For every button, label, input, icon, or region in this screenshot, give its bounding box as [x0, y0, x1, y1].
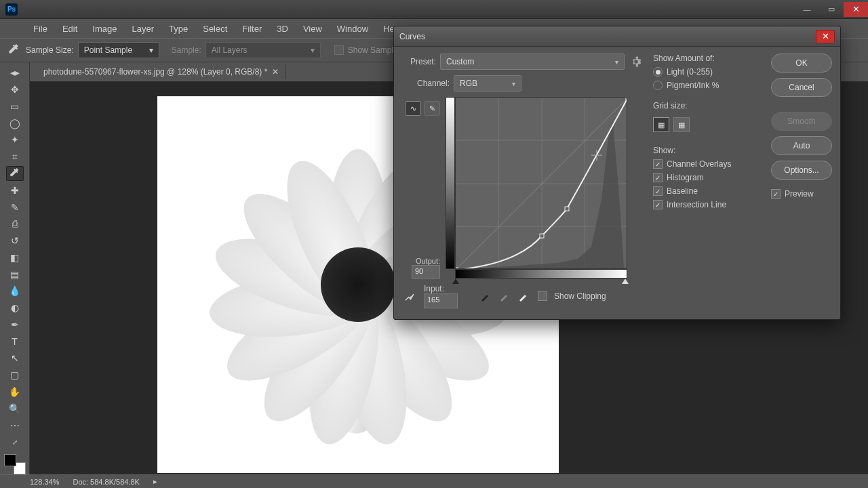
preview-checkbox[interactable]: Preview	[771, 189, 832, 199]
zoom-level[interactable]: 128.34%	[30, 478, 59, 486]
channel-select[interactable]: RGB	[454, 75, 521, 92]
cancel-button[interactable]: Cancel	[771, 78, 832, 97]
ok-button[interactable]: OK	[771, 54, 832, 73]
type-tool[interactable]: T	[6, 333, 24, 349]
smooth-button: Smooth	[771, 112, 832, 131]
preset-gear-icon[interactable]	[629, 54, 644, 69]
input-field[interactable]: 165	[424, 293, 458, 308]
menu-3d[interactable]: 3D	[269, 21, 296, 37]
doc-size: Doc: 584.8K/584.8K	[73, 478, 139, 486]
on-image-adjust-icon[interactable]	[402, 289, 417, 304]
output-gradient	[446, 97, 455, 269]
menu-select[interactable]: Select	[195, 21, 235, 37]
swap-colors-icon[interactable]: ⤢	[6, 434, 24, 450]
brush-tool[interactable]: ✎	[6, 199, 24, 215]
minimize-button[interactable]: —	[795, 2, 819, 17]
curve-mode-pencil-button[interactable]: ✎	[424, 101, 440, 116]
eyedropper-tool[interactable]	[6, 166, 24, 182]
history-brush-tool[interactable]: ↺	[6, 233, 24, 249]
close-button[interactable]: ✕	[844, 2, 868, 17]
histogram-checkbox[interactable]: Histogram	[653, 173, 762, 182]
black-point-slider[interactable]	[452, 279, 459, 284]
wand-tool[interactable]: ✦	[6, 132, 24, 148]
zoom-tool[interactable]: 🔍	[6, 401, 24, 416]
curves-graph[interactable]	[455, 97, 627, 269]
menu-image[interactable]: Image	[85, 21, 124, 37]
menu-layer[interactable]: Layer	[125, 21, 162, 37]
light-radio[interactable]: Light (0-255)	[653, 67, 762, 77]
menu-type[interactable]: Type	[161, 21, 195, 37]
options-button[interactable]: Options...	[771, 161, 832, 180]
dialog-titlebar[interactable]: Curves ✕	[394, 26, 840, 47]
close-tab-icon[interactable]: ✕	[272, 67, 279, 77]
move-tool[interactable]: ✥	[6, 82, 24, 98]
output-label: Output:	[412, 257, 440, 265]
input-label: Input:	[424, 284, 458, 293]
eyedropper-icon[interactable]	[7, 43, 22, 58]
show-options-label: Show:	[653, 146, 762, 155]
marquee-tool[interactable]: ▭	[6, 99, 24, 115]
statusbar: 128.34% Doc: 584.8K/584.8K ▸	[0, 474, 868, 488]
show-clipping-label: Show Clipping	[554, 291, 606, 301]
pen-tool[interactable]: ✒	[6, 317, 24, 333]
channel-overlays-checkbox[interactable]: Channel Overlays	[653, 159, 762, 169]
sample-label: Sample:	[172, 45, 201, 55]
dialog-title: Curves	[399, 32, 425, 41]
menu-file[interactable]: File	[26, 21, 55, 37]
statusbar-chevron-icon[interactable]: ▸	[153, 477, 157, 486]
eraser-tool[interactable]: ◧	[6, 250, 24, 266]
dodge-tool[interactable]: ◐	[6, 300, 24, 316]
baseline-checkbox[interactable]: Baseline	[653, 186, 762, 196]
sample-size-select[interactable]: Point Sample▾	[78, 42, 159, 58]
hand-tool[interactable]: ✋	[6, 384, 24, 400]
path-tool[interactable]: ↖	[6, 350, 24, 366]
document-tab[interactable]: photodune-5570967-flower-xs.jpg @ 128% (…	[37, 64, 286, 79]
pigment-radio[interactable]: Pigment/Ink %	[653, 81, 762, 90]
dialog-close-button[interactable]: ✕	[816, 30, 835, 43]
menu-view[interactable]: View	[296, 21, 330, 37]
intersection-checkbox[interactable]: Intersection Line	[653, 200, 762, 209]
show-sampling-checkbox	[334, 45, 344, 55]
photoshop-logo: Ps	[5, 3, 18, 16]
titlebar: Ps — ▭ ✕	[0, 0, 868, 19]
menu-filter[interactable]: Filter	[235, 21, 269, 37]
svg-rect-10	[626, 98, 627, 100]
auto-button[interactable]: Auto	[771, 136, 832, 155]
gradient-tool[interactable]: ▤	[6, 266, 24, 282]
crop-tool[interactable]: ⌗	[6, 149, 24, 165]
more-tools-icon[interactable]: ⋯	[6, 418, 24, 433]
svg-rect-8	[540, 234, 544, 238]
show-amount-label: Show Amount of:	[653, 54, 762, 63]
grid-large-button[interactable]: ▦	[673, 117, 690, 132]
collapse-icon[interactable]: ◂▸	[6, 65, 24, 81]
shape-tool[interactable]: ▢	[6, 367, 24, 383]
stamp-tool[interactable]: ⎙	[6, 216, 24, 232]
blur-tool[interactable]: 💧	[6, 283, 24, 299]
input-gradient	[455, 269, 627, 279]
toolbox: ◂▸ ✥ ▭ ◯ ✦ ⌗ ✚ ✎ ⎙ ↺ ◧ ▤ 💧 ◐ ✒ T ↖ ▢ ✋ 🔍…	[0, 62, 30, 474]
menu-window[interactable]: Window	[330, 21, 376, 37]
foreground-background-colors[interactable]	[4, 454, 26, 474]
grid-size-label: Grid size:	[653, 101, 762, 110]
preset-label: Preset:	[402, 57, 436, 66]
menu-edit[interactable]: Edit	[55, 21, 85, 37]
gray-eyedropper-icon[interactable]	[497, 289, 512, 304]
black-eyedropper-icon[interactable]	[478, 289, 493, 304]
healing-tool[interactable]: ✚	[6, 182, 24, 198]
output-field[interactable]: 90	[412, 265, 440, 279]
svg-rect-9	[565, 207, 569, 211]
white-eyedropper-icon[interactable]	[516, 289, 531, 304]
show-clipping-checkbox[interactable]	[538, 291, 547, 301]
grid-small-button[interactable]: ▦	[653, 117, 669, 132]
white-point-slider[interactable]	[622, 279, 629, 284]
channel-label: Channel:	[417, 79, 450, 88]
maximize-button[interactable]: ▭	[819, 2, 844, 17]
lasso-tool[interactable]: ◯	[6, 115, 24, 131]
preset-select[interactable]: Custom	[440, 54, 625, 70]
curves-dialog: Curves ✕ Preset: Custom Channel: RGB ∿	[393, 26, 841, 320]
curve-mode-point-button[interactable]: ∿	[405, 101, 421, 116]
sample-size-label: Sample Size:	[26, 45, 74, 55]
sample-select: All Layers▾	[205, 42, 321, 58]
